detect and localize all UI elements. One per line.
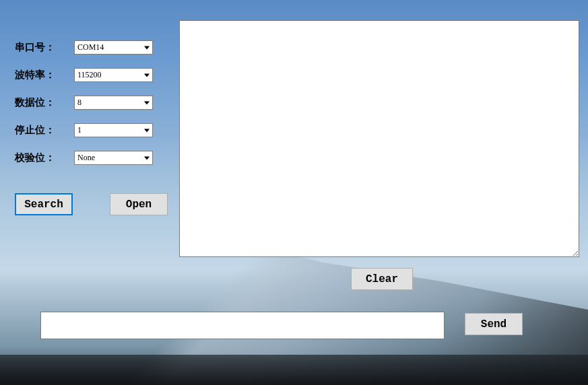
chevron-down-icon (144, 101, 150, 104)
search-button[interactable]: Search (15, 193, 73, 215)
baud-value: 115200 (77, 70, 102, 80)
clear-button[interactable]: Clear (351, 268, 413, 290)
databits-value: 8 (77, 98, 81, 108)
chevron-down-icon (144, 73, 150, 77)
parity-label: 校验位： (15, 151, 74, 164)
port-value: COM14 (77, 42, 104, 53)
parity-value: None (77, 153, 95, 163)
port-label: 串口号： (15, 41, 74, 54)
baud-select[interactable]: 115200 (74, 68, 153, 82)
send-input[interactable] (40, 312, 445, 339)
baud-label: 波特率： (15, 69, 74, 81)
databits-label: 数据位： (15, 96, 74, 109)
stopbits-select[interactable]: 1 (74, 123, 153, 137)
databits-select[interactable]: 8 (74, 96, 153, 110)
stopbits-value: 1 (77, 125, 81, 135)
chevron-down-icon (144, 156, 150, 160)
stopbits-label: 停止位： (15, 124, 74, 137)
chevron-down-icon (144, 129, 150, 132)
send-button[interactable]: Send (465, 313, 523, 335)
open-button[interactable]: Open (110, 193, 168, 215)
serial-config-panel: 串口号： COM14 波特率： 115200 数据位： 8 停止位： 1 校验位… (15, 40, 153, 178)
output-textarea[interactable] (179, 20, 579, 257)
parity-select[interactable]: None (74, 151, 153, 165)
port-select[interactable]: COM14 (74, 40, 153, 55)
chevron-down-icon (144, 46, 150, 49)
